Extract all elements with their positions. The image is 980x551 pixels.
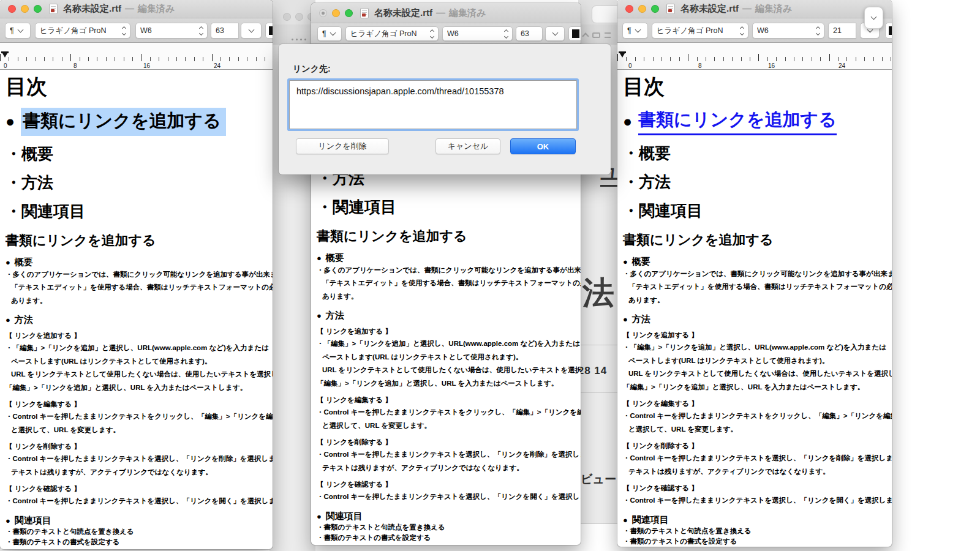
dimmed-toolbar-icons: [583, 32, 611, 39]
doc-text: 概要: [632, 256, 650, 268]
doc-line-toc: ・概要: [6, 143, 267, 165]
window-title-filename: 名称未設定.rtf: [374, 7, 432, 18]
window-title: 名称未設定.rtf—編集済み: [63, 3, 175, 15]
titlebar[interactable]: 名称未設定.rtf—編集済み: [311, 3, 581, 23]
doc-line-toc: ・関連項目: [623, 200, 886, 222]
doc-line-bracket: 【 リンクを追加する 】: [623, 329, 886, 341]
minimize-button[interactable]: [21, 5, 29, 13]
doc-line-body: 「編集」>「リンクを追加」と選択し、URL を入力またはペーストします。: [6, 381, 267, 395]
titlebar[interactable]: 名称未設定.rtf—編集済み: [617, 0, 892, 18]
font-family-combo[interactable]: ヒラギノ角ゴ ProN: [345, 26, 439, 41]
font-size-dropdown[interactable]: [241, 23, 262, 39]
toolbar-overflow-dots-icon: [292, 39, 306, 40]
font-family-combo[interactable]: ヒラギノ角ゴ ProN: [35, 23, 130, 39]
traffic-lights: [625, 5, 659, 13]
bullet-icon: ●: [6, 113, 15, 130]
doc-line-bracket: 【 リンクを編集する 】: [623, 397, 886, 410]
cancel-button[interactable]: キャンセル: [435, 138, 500, 154]
paragraph-style-dropdown[interactable]: ¶: [622, 23, 648, 39]
font-family-combo[interactable]: ヒラギノ角ゴ ProN: [652, 23, 748, 39]
doc-line-body: ・Control キーを押したままリンクテキストをクリックし、「編集」>「リンク…: [6, 410, 267, 424]
doc-line-h3: ●方法: [623, 313, 886, 325]
bullet-icon: ●: [317, 311, 322, 320]
text-color-well[interactable]: [885, 23, 892, 39]
doc-line-body: 「編集」>「リンクを追加」と選択し、URL を入力またはペーストします。: [317, 377, 575, 391]
doc-line-bracket: 【 リンクを削除する 】: [317, 436, 575, 448]
stepper-icon: [426, 30, 434, 38]
dimmed-titlebar-band: [270, 0, 315, 24]
close-button[interactable]: [319, 9, 327, 17]
typeface-combo[interactable]: W6: [135, 23, 208, 39]
zoom-button[interactable]: [651, 5, 659, 13]
link-url-input[interactable]: https://discussionsjapan.apple.com/threa…: [289, 80, 577, 129]
doc-line-small: ・書類のテキストと句読点を置き換える: [317, 522, 575, 533]
textedit-window-link-applied: 名称未設定.rtf—編集済み ¶ ヒラギノ角ゴ ProN W6 21: [617, 0, 892, 547]
typeface-value: W6: [757, 26, 769, 35]
zoom-button[interactable]: [34, 5, 42, 13]
font-size-field[interactable]: 63: [211, 23, 239, 39]
dimmed-toolbar-band: [270, 24, 315, 45]
doc-line-body: と選択して、URL を変更します。: [317, 419, 575, 433]
doc-line-body: ・Control キーを押したままリンクテキストを選択し、「リンクを開く」を選択…: [623, 494, 886, 508]
text-color-well[interactable]: [265, 23, 273, 39]
window-title-separator: —: [436, 7, 445, 18]
minimize-button[interactable]: [638, 5, 646, 13]
font-size-value: 63: [216, 26, 224, 35]
font-family-value: ヒラギノ角ゴ ProN: [40, 26, 106, 36]
doc-line-toclink: ●書類にリンクを追加する: [623, 108, 886, 135]
remove-link-button[interactable]: リンクを削除: [296, 138, 389, 154]
format-toolbar: ¶ ヒラギノ角ゴ ProN W6 63: [0, 18, 273, 43]
document-area[interactable]: 目次●書類にリンクを追加する・概要・方法・関連項目書類にリンクを追加する●概要・…: [617, 70, 892, 545]
doc-line-body: ・「編集」>「リンクを追加」と選択し、URL(www.apple.com など)…: [317, 337, 575, 351]
doc-line-body: あります。: [6, 294, 267, 308]
minimize-button[interactable]: [332, 9, 340, 17]
doc-line-bracket: 【 リンクを削除する 】: [623, 440, 886, 452]
doc-line-body: テキストは残りますが、アクティブリンクではなくなります。: [317, 462, 575, 475]
doc-line-toc: ・関連項目: [6, 201, 267, 222]
document-area[interactable]: 目次●書類にリンクを追加する・概要・方法・関連項目書類にリンクを追加する●概要・…: [0, 70, 273, 548]
doc-line-body: ・「編集」>「リンクを追加」と選択し、URL(www.apple.com など)…: [623, 341, 886, 354]
ruler[interactable]: 081624: [0, 43, 273, 70]
doc-line-h3: ●概要: [623, 256, 886, 268]
doc-line-body: URL をリンクテキストとして使用したくない場合は、使用したいテキストを選択し、: [317, 364, 575, 377]
ruler-number: 16: [143, 62, 150, 69]
doc-line-body: ・多くのアプリケーションでは、書類にクリック可能なリンクを追加する事が出来ます。: [623, 268, 886, 281]
doc-line-bracket: 【 リンクを編集する 】: [317, 394, 575, 406]
text-color-well[interactable]: [568, 26, 581, 41]
ok-button[interactable]: OK: [510, 138, 576, 154]
zoom-button[interactable]: [345, 9, 353, 17]
bullet-icon: ●: [623, 113, 632, 130]
font-size-dropdown[interactable]: [545, 26, 565, 41]
paragraph-style-dropdown[interactable]: ¶: [5, 23, 31, 39]
doc-line-h2: 書類にリンクを追加する: [317, 227, 575, 246]
doc-text: 関連項目: [326, 511, 363, 522]
typeface-combo[interactable]: W6: [752, 23, 824, 39]
doc-line-small: ・書類のテキストの書式を設定する: [623, 536, 886, 546]
doc-line-body: 「テキストエディット」を使用する場合、書類はリッチテキストフォーマットの必要が: [623, 280, 886, 294]
paragraph-style-dropdown[interactable]: ¶: [317, 26, 342, 41]
doc-line-toc: ・関連項目: [317, 197, 575, 218]
ruler-number: 8: [74, 62, 77, 69]
close-button[interactable]: [8, 5, 16, 13]
font-size-field[interactable]: 21: [828, 23, 856, 39]
close-button[interactable]: [625, 5, 633, 13]
doc-line-h1: 目次: [6, 73, 267, 100]
doc-line-toc: ・概要: [623, 143, 886, 164]
background-white-area: [578, 524, 617, 551]
doc-line-body: 「テキストエディット」を使用する場合、書類はリッチテキストフォーマットの必要が: [317, 277, 575, 290]
ruler[interactable]: 081624: [617, 43, 892, 70]
window-title-filename: 名称未設定.rtf: [63, 3, 121, 13]
ruler-number: 0: [628, 62, 632, 69]
font-size-field[interactable]: 63: [516, 26, 543, 41]
chevron-down-icon: [635, 27, 641, 33]
doc-line-body: URL をリンクテキストとして使用したくない場合は、使用したいテキストを選択し、: [6, 368, 267, 381]
document-link[interactable]: 書類にリンクを追加する: [638, 108, 837, 135]
doc-line-body: ・Control キーを押したままリンクテキストを選択し、「リンクを削除」を選択…: [317, 448, 575, 462]
link-url-value: https://discussionsjapan.apple.com/threa…: [296, 86, 504, 96]
doc-line-h1: 目次: [623, 73, 886, 100]
collapse-popover-button[interactable]: [864, 7, 883, 29]
lines-icon: [605, 32, 611, 38]
typeface-combo[interactable]: W6: [442, 26, 513, 41]
paragraph-style-label: ¶: [10, 26, 14, 35]
titlebar[interactable]: 名称未設定.rtf—編集済み: [0, 0, 273, 18]
